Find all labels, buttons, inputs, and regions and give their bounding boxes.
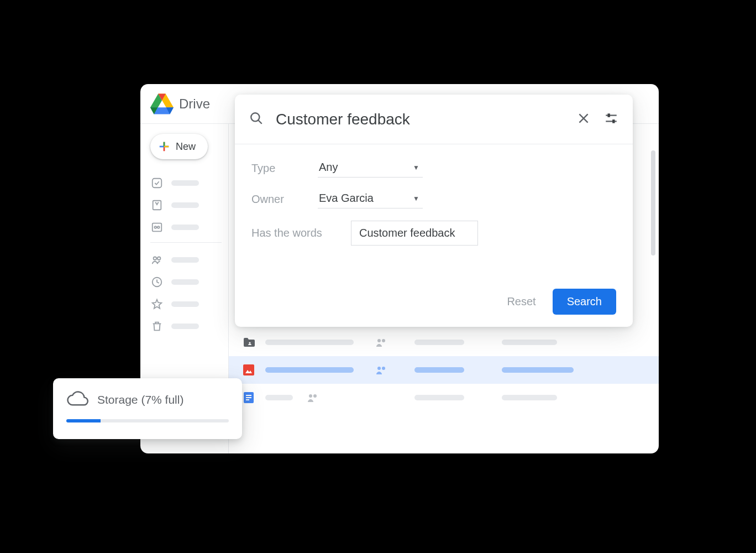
docs-icon (242, 391, 255, 404)
storage-card[interactable]: Storage (7% full) (53, 378, 242, 439)
file-row[interactable] (229, 384, 659, 411)
storage-progress-fill (66, 419, 101, 422)
svg-point-13 (154, 226, 156, 228)
modified-placeholder (502, 367, 574, 373)
search-filters: Type Any ▼ Owner Eva Garcia ▼ Has the wo… (235, 144, 633, 246)
close-icon[interactable] (576, 111, 591, 128)
svg-line-32 (258, 120, 262, 124)
storage-label: Storage (7% full) (97, 393, 183, 406)
clock-icon (150, 275, 164, 289)
svg-point-20 (382, 339, 385, 342)
sidebar-item-shared[interactable] (150, 251, 222, 269)
owner-placeholder (414, 340, 464, 345)
search-input[interactable]: Customer feedback (276, 111, 564, 128)
file-name-placeholder (265, 395, 293, 400)
nav-placeholder (171, 180, 199, 186)
nav-placeholder (171, 257, 199, 263)
svg-rect-37 (608, 113, 610, 117)
people-icon (375, 336, 388, 349)
search-button[interactable]: Search (553, 289, 616, 315)
sidebar-item-priority[interactable] (150, 174, 222, 192)
search-panel: Customer feedback Type Any ▼ Owner Eva G… (235, 95, 633, 327)
filter-type-value: Any (319, 161, 338, 174)
people-icon (375, 363, 388, 377)
plus-icon (158, 140, 170, 153)
nav-placeholder (171, 202, 199, 208)
trash-icon (150, 320, 164, 333)
owner-placeholder (414, 395, 464, 400)
owner-placeholder (414, 367, 464, 373)
cloud-icon (66, 390, 88, 409)
sidebar-item-mydrive[interactable] (150, 196, 222, 215)
svg-point-18 (249, 342, 250, 343)
filter-type-label: Type (251, 162, 318, 175)
file-name-placeholder (265, 367, 354, 373)
image-icon (242, 363, 255, 377)
new-button-label: New (176, 141, 196, 153)
svg-point-29 (309, 394, 312, 398)
file-row-selected[interactable] (229, 356, 659, 384)
new-button[interactable]: New (150, 134, 208, 159)
sidebar-item-trash[interactable] (150, 317, 222, 336)
drive-logo[interactable]: Drive (150, 93, 210, 114)
svg-point-31 (251, 113, 259, 121)
filter-actions: Reset Search (507, 289, 616, 315)
filter-words-input[interactable]: Customer feedback (351, 221, 478, 246)
caret-down-icon: ▼ (413, 164, 419, 171)
app-title: Drive (179, 96, 210, 112)
svg-rect-27 (246, 397, 251, 398)
nav-placeholder (171, 324, 199, 329)
nav-divider (150, 242, 222, 243)
modified-placeholder (502, 395, 557, 400)
tune-icon[interactable] (604, 111, 618, 128)
filter-owner: Owner Eva Garcia ▼ (251, 190, 616, 208)
nav-placeholder (171, 225, 199, 230)
filter-type: Type Any ▼ (251, 159, 616, 178)
people-icon (150, 253, 164, 267)
search-icon[interactable] (249, 111, 264, 128)
folder-shared-icon (242, 336, 255, 349)
scrollbar[interactable] (651, 150, 655, 255)
filter-owner-label: Owner (251, 193, 318, 206)
file-name-placeholder (265, 340, 354, 345)
filter-owner-select[interactable]: Eva Garcia ▼ (318, 190, 423, 208)
reset-button[interactable]: Reset (507, 295, 536, 308)
svg-rect-21 (243, 364, 254, 375)
svg-rect-38 (612, 119, 615, 123)
sidebar-item-recent[interactable] (150, 273, 222, 291)
search-bar: Customer feedback (235, 95, 633, 144)
drive-icon (150, 93, 174, 114)
filter-words-label: Has the words (251, 227, 351, 239)
svg-rect-28 (246, 399, 249, 400)
svg-rect-26 (246, 395, 251, 396)
nav-placeholder (171, 279, 199, 285)
star-icon (150, 298, 164, 311)
sidebar-item-starred[interactable] (150, 295, 222, 314)
people-icon (306, 391, 319, 404)
svg-point-14 (158, 226, 160, 228)
svg-point-15 (154, 257, 157, 260)
filter-words: Has the words Customer feedback (251, 221, 616, 246)
svg-point-23 (377, 367, 381, 370)
filter-type-select[interactable]: Any ▼ (318, 159, 423, 178)
filter-owner-value: Eva Garcia (319, 192, 374, 205)
svg-point-24 (382, 367, 385, 370)
check-square-icon (150, 176, 164, 190)
sidebar-item-shareddrives[interactable] (150, 218, 222, 237)
svg-point-16 (158, 257, 161, 260)
caret-down-icon: ▼ (413, 195, 419, 202)
modified-placeholder (502, 340, 557, 345)
shared-drive-icon (150, 221, 164, 234)
storage-progress (66, 419, 229, 422)
file-row[interactable] (229, 328, 659, 356)
svg-point-19 (377, 339, 381, 342)
nav-placeholder (171, 301, 199, 307)
svg-point-30 (313, 394, 317, 398)
drive-outline-icon (150, 199, 164, 212)
svg-rect-10 (153, 179, 162, 188)
